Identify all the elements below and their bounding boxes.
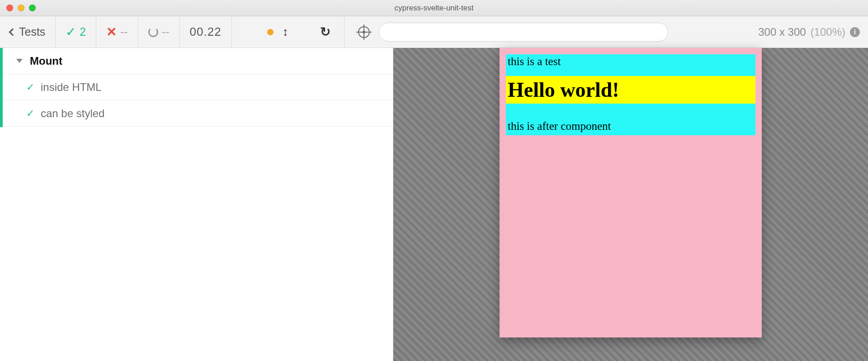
suite-status-bar	[0, 48, 3, 127]
pending-count-segment[interactable]: --	[138, 16, 180, 48]
window-title: cypress-svelte-unit-test	[0, 4, 868, 13]
aut-text-after: this is after component	[506, 104, 755, 135]
aut-preview-area: this is a test Hello world! this is afte…	[393, 48, 868, 361]
url-input[interactable]	[379, 23, 668, 42]
tests-back-button[interactable]: Tests	[0, 16, 56, 48]
test-row[interactable]: ✓ inside HTML	[0, 74, 393, 100]
aut-heading: Hello world!	[506, 76, 755, 104]
suite-header[interactable]: Mount	[0, 48, 393, 74]
status-dot-icon	[267, 29, 274, 35]
tests-label: Tests	[19, 25, 45, 38]
reporter-panel: Mount ✓ inside HTML ✓ can be styled	[0, 48, 393, 361]
fail-count: --	[120, 25, 128, 38]
check-icon: ✓	[26, 81, 34, 93]
timer-segment: 00.22	[180, 16, 232, 48]
viewport-size: 300 x 300	[758, 26, 806, 38]
aut-text-before: this is a test	[506, 54, 755, 76]
spinner-icon	[148, 27, 158, 37]
viewport-dimensions[interactable]: 300 x 300 (100%) i	[758, 26, 860, 38]
toolbar-divider	[344, 16, 344, 48]
chevron-left-icon	[9, 28, 17, 36]
info-icon[interactable]: i	[850, 27, 860, 37]
cypress-toolbar: Tests ✓ 2 ✕ -- -- 00.22 ↕ ↻ 300 x 300 (1…	[0, 16, 868, 48]
aut-iframe[interactable]: this is a test Hello world! this is afte…	[500, 48, 762, 337]
check-icon: ✓	[26, 108, 34, 119]
fail-count-segment[interactable]: ✕ --	[96, 16, 138, 48]
mac-titlebar: cypress-svelte-unit-test	[0, 0, 868, 16]
updown-arrow-icon[interactable]: ↕	[283, 25, 288, 39]
test-title: can be styled	[41, 107, 104, 120]
test-row[interactable]: ✓ can be styled	[0, 100, 393, 127]
pass-count: 2	[80, 25, 86, 38]
reload-icon[interactable]: ↻	[320, 24, 330, 39]
viewport-zoom: (100%)	[811, 26, 845, 38]
caret-down-icon	[16, 59, 23, 63]
suite-title: Mount	[30, 55, 62, 67]
pending-count: --	[162, 25, 170, 38]
timer-value: 00.22	[190, 25, 222, 39]
selector-playground-icon[interactable]	[358, 26, 370, 38]
test-title: inside HTML	[41, 81, 102, 94]
check-icon: ✓	[66, 24, 76, 39]
aut-content: this is a test Hello world! this is afte…	[506, 54, 755, 135]
pass-count-segment[interactable]: ✓ 2	[56, 16, 96, 48]
x-icon: ✕	[106, 24, 117, 39]
